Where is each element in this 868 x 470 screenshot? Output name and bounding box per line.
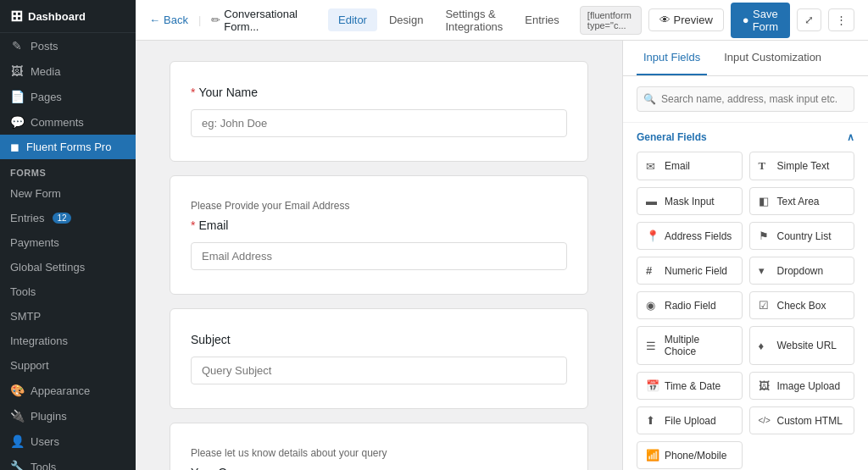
query-field-label: Your Query — [191, 466, 567, 470]
entries-badge: 12 — [53, 213, 70, 224]
field-grid: ✉Email TSimple Text ▬Mask Input ◧Text Ar… — [623, 152, 868, 470]
required-marker-email: * — [191, 218, 195, 232]
mask-input-icon: ▬ — [646, 195, 659, 207]
form-title: ✏ Conversational Form... — [211, 8, 311, 33]
sidebar-item-new-form[interactable]: New Form — [0, 181, 136, 206]
field-mask-input[interactable]: ▬Mask Input — [637, 187, 743, 215]
field-text-area[interactable]: ◧Text Area — [749, 187, 855, 215]
save-icon: ● — [743, 14, 749, 26]
media-icon: 🖼 — [10, 64, 24, 78]
dashboard-link[interactable]: ⊞ Dashboard — [0, 0, 136, 33]
divider: | — [198, 14, 201, 26]
subject-input[interactable] — [191, 357, 567, 384]
topbar: ← Back | ✏ Conversational Form... Editor… — [136, 0, 868, 41]
checkbox-icon: ☑ — [759, 299, 772, 312]
nav-entries[interactable]: Entries — [515, 8, 569, 31]
back-arrow-icon: ← — [149, 14, 160, 26]
sidebar-item-global-settings[interactable]: Global Settings — [0, 255, 136, 279]
field-country-list[interactable]: ⚑Country List — [749, 222, 855, 250]
search-icon: 🔍 — [643, 93, 656, 105]
plugins-icon: 🔌 — [10, 409, 24, 423]
sidebar-item-tools[interactable]: Tools — [0, 279, 136, 304]
sidebar-item-plugins[interactable]: 🔌 Plugins — [0, 403, 136, 429]
sidebar-item-comments[interactable]: 💬 Comments — [0, 109, 136, 135]
nav-settings[interactable]: Settings & Integrations — [435, 3, 513, 38]
search-input[interactable] — [637, 86, 854, 112]
field-custom-html[interactable]: </>Custom HTML — [749, 406, 855, 434]
email-input[interactable] — [191, 242, 567, 270]
field-email[interactable]: ✉Email — [637, 152, 743, 180]
sidebar-item-integrations[interactable]: Integrations — [0, 329, 136, 353]
form-card-name: * Your Name — [170, 61, 588, 162]
time-date-icon: 📅 — [646, 379, 659, 392]
file-upload-icon: ⬆ — [646, 414, 659, 427]
nav-design[interactable]: Design — [379, 8, 433, 31]
sidebar-item-pages[interactable]: 📄 Pages — [0, 84, 136, 109]
email-hint: Please Provide your Email Address — [191, 200, 567, 212]
sidebar-item-smtp[interactable]: SMTP — [0, 304, 136, 329]
field-website-url[interactable]: ♦Website URL — [749, 326, 855, 365]
sidebar-item-entries[interactable]: Entries 12 — [0, 206, 136, 230]
appearance-icon: 🎨 — [10, 384, 24, 397]
pages-icon: 📄 — [10, 90, 24, 103]
query-hint: Please let us know details about your qu… — [191, 447, 567, 459]
save-form-button[interactable]: ● Save Form — [731, 3, 790, 38]
more-options-button[interactable]: ⋮ — [828, 8, 854, 31]
field-checkbox[interactable]: ☑Check Box — [749, 291, 855, 319]
search-wrap: 🔍 — [637, 86, 854, 112]
sidebar-item-users[interactable]: 👤 Users — [0, 429, 136, 454]
sidebar-item-support[interactable]: Support — [0, 353, 136, 378]
shortcode-snippet[interactable]: [fluentform type="c... — [580, 6, 642, 35]
email-field-label: * Email — [191, 218, 567, 232]
field-image-upload[interactable]: 🖼Image Upload — [749, 372, 855, 400]
comments-icon: 💬 — [10, 115, 24, 129]
tab-input-customization[interactable]: Input Customization — [717, 41, 828, 75]
subject-field-label: Subject — [191, 333, 567, 346]
general-fields-section: General Fields ∧ — [623, 123, 868, 152]
form-card-query: Please let us know details about your qu… — [170, 423, 588, 470]
custom-html-icon: </> — [759, 416, 772, 425]
expand-button[interactable]: ⤢ — [797, 8, 821, 31]
field-address[interactable]: 📍Address Fields — [637, 222, 743, 250]
email-field-icon: ✉ — [646, 160, 659, 173]
name-input[interactable] — [191, 109, 567, 137]
content-area: * Your Name Please Provide your Email Ad… — [136, 41, 868, 470]
eye-icon: 👁 — [659, 14, 670, 26]
sidebar-item-fluent-forms[interactable]: ◼ Fluent Forms Pro — [0, 135, 136, 159]
nav-editor[interactable]: Editor — [328, 8, 377, 31]
edit-icon: ✏ — [211, 14, 220, 26]
field-numeric[interactable]: #Numeric Field — [637, 257, 743, 285]
field-file-upload[interactable]: ⬆File Upload — [637, 406, 743, 434]
back-button[interactable]: ← Back — [149, 14, 188, 26]
right-panel: Input Fields Input Customization 🔍 Gener… — [622, 41, 868, 470]
collapse-section-icon[interactable]: ∧ — [847, 131, 854, 143]
forms-section-label: Forms — [0, 159, 136, 181]
field-time-date[interactable]: 📅Time & Date — [637, 372, 743, 400]
preview-button[interactable]: 👁 Preview — [648, 8, 724, 31]
topbar-right: [fluentform type="c... 👁 Preview ● Save … — [580, 3, 854, 38]
tools-icon: 🔧 — [10, 460, 24, 470]
radio-icon: ◉ — [646, 299, 659, 312]
tab-input-fields[interactable]: Input Fields — [637, 41, 707, 75]
address-icon: 📍 — [646, 229, 659, 242]
simple-text-icon: T — [759, 159, 772, 173]
form-editor: * Your Name Please Provide your Email Ad… — [136, 41, 622, 470]
sidebar-item-media[interactable]: 🖼 Media — [0, 58, 136, 84]
phone-icon: 📶 — [646, 449, 659, 462]
field-multiple-choice[interactable]: ☰Multiple Choice — [637, 326, 743, 365]
sidebar-item-appearance[interactable]: 🎨 Appearance — [0, 378, 136, 403]
form-card-subject: Subject — [170, 308, 588, 409]
users-icon: 👤 — [10, 434, 24, 448]
website-url-icon: ♦ — [759, 340, 772, 352]
field-phone-mobile[interactable]: 📶Phone/Mobile — [637, 441, 743, 469]
sidebar-item-posts[interactable]: ✎ Posts — [0, 33, 136, 58]
field-radio[interactable]: ◉Radio Field — [637, 291, 743, 319]
fluent-icon: ◼ — [10, 141, 19, 153]
field-simple-text[interactable]: TSimple Text — [749, 152, 855, 180]
field-dropdown[interactable]: ▾Dropdown — [749, 257, 855, 285]
sidebar-item-payments[interactable]: Payments — [0, 230, 136, 255]
panel-tabs: Input Fields Input Customization — [623, 41, 868, 76]
topbar-nav: Editor Design Settings & Integrations En… — [328, 3, 570, 38]
form-card-email: Please Provide your Email Address * Emai… — [170, 175, 588, 295]
sidebar-item-tools-bottom[interactable]: 🔧 Tools — [0, 454, 136, 470]
